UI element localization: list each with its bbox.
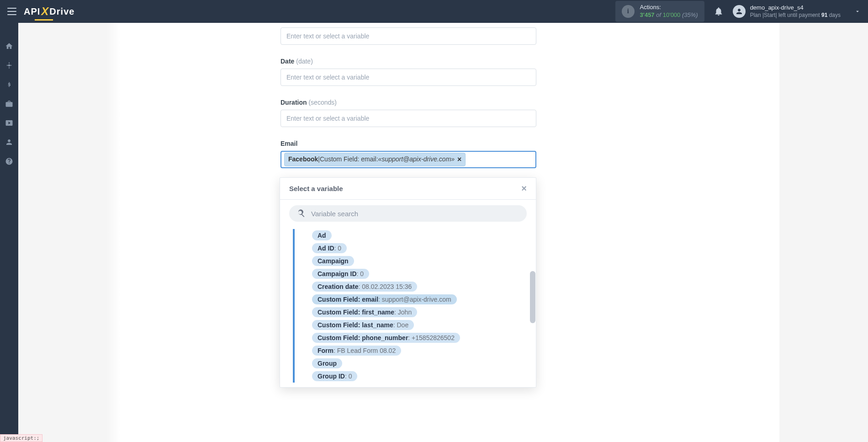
page-panel: Date (date) Duration (seconds) Email <box>107 23 779 442</box>
variable-name: Campaign ID <box>318 270 357 277</box>
logo-drive: Drive <box>49 6 74 17</box>
variable-value: : 0 <box>345 373 352 380</box>
variable-value: : 0 <box>357 270 364 277</box>
variable-item[interactable]: Form: FB Lead Form 08.02 <box>312 346 401 356</box>
sidebar-video-icon[interactable] <box>0 113 18 133</box>
variable-name: Custom Field: first_name <box>318 309 394 316</box>
actions-of: of <box>656 11 662 18</box>
variable-item[interactable]: Creation date: 08.02.2023 15:36 <box>312 282 417 292</box>
user-name: demo_apix-drive_s4 <box>750 4 841 12</box>
actions-pct: (35%) <box>682 11 698 18</box>
hamburger-menu-icon[interactable] <box>7 8 16 15</box>
search-icon <box>296 209 306 218</box>
sidebar-dollar-icon[interactable] <box>0 75 18 94</box>
variable-search-box[interactable] <box>289 205 527 222</box>
variable-item[interactable]: Ad <box>312 230 332 240</box>
variable-dropdown: Select a variable × AdAd ID: 0CampaignCa… <box>280 177 536 388</box>
actions-used: 3'457 <box>640 11 655 18</box>
topbar: API X Drive i Actions: 3'457 of 10'000 (… <box>0 0 868 23</box>
close-icon[interactable]: × <box>521 183 527 194</box>
duration-input[interactable] <box>281 110 536 127</box>
duration-label: Duration <box>281 99 307 106</box>
sidebar-flow-icon[interactable] <box>0 56 18 75</box>
bell-icon[interactable] <box>714 6 724 16</box>
info-icon: i <box>622 5 635 18</box>
variable-name: Custom Field: phone_number <box>318 334 408 341</box>
date-input[interactable] <box>281 69 536 86</box>
variable-value: : Doe <box>393 321 408 329</box>
sidebar-help-icon[interactable] <box>0 152 18 171</box>
sidebar-user-icon[interactable] <box>0 133 18 152</box>
user-avatar-icon <box>733 5 746 18</box>
chip-remove-icon[interactable]: × <box>457 154 461 165</box>
actions-total: 10'000 <box>663 11 681 18</box>
chip-source: Facebook <box>288 155 318 164</box>
variable-name: Campaign <box>318 257 349 265</box>
logo-x-icon: X <box>41 5 48 18</box>
actions-label: Actions: <box>640 4 698 11</box>
email-label: Email <box>281 140 297 147</box>
email-variable-chip[interactable]: Facebook | Custom Field: email: «support… <box>284 153 466 166</box>
dropdown-title: Select a variable <box>289 185 343 192</box>
variable-name: Creation date <box>318 283 358 290</box>
plan-suffix: days <box>827 12 841 18</box>
status-hint: javascript:; <box>0 434 42 442</box>
sidebar <box>0 23 18 442</box>
chevron-down-icon <box>854 8 861 15</box>
variable-item[interactable]: Ad ID: 0 <box>312 243 347 253</box>
sidebar-home-icon[interactable] <box>0 37 18 56</box>
variable-list[interactable]: AdAd ID: 0CampaignCampaign ID: 0Creation… <box>280 227 536 387</box>
variable-item[interactable]: Custom Field: first_name: John <box>312 307 417 317</box>
email-input[interactable]: Facebook | Custom Field: email: «support… <box>281 151 536 168</box>
variable-item[interactable]: Group <box>312 358 342 368</box>
plan-prefix: Plan |Start| left until payment <box>750 12 821 18</box>
variable-name: Custom Field: last_name <box>318 321 393 329</box>
variable-value: : 08.02.2023 15:36 <box>358 283 412 290</box>
duration-sublabel: (seconds) <box>308 99 336 106</box>
chip-value: «support@apix-drive.com» <box>378 155 455 164</box>
logo[interactable]: API X Drive <box>24 5 74 18</box>
variable-name: Group <box>318 360 337 367</box>
variable-name: Form <box>318 347 333 354</box>
variable-name: Custom Field: email <box>318 296 378 303</box>
variable-name: Ad <box>318 232 326 239</box>
variable-value: : support@apix-drive.com <box>378 296 451 303</box>
user-menu[interactable]: demo_apix-drive_s4 Plan |Start| left unt… <box>733 4 861 19</box>
variable-name: Group ID <box>318 373 345 380</box>
scroll-thumb[interactable] <box>530 271 535 323</box>
logo-underline <box>35 19 53 21</box>
sidebar-briefcase-icon[interactable] <box>0 94 18 113</box>
variable-value: : FB Lead Form 08.02 <box>333 347 396 354</box>
logo-api: API <box>24 6 40 17</box>
currency-input[interactable] <box>281 27 536 45</box>
variable-item[interactable]: Group ID: 0 <box>312 371 357 381</box>
variable-value: : +15852826502 <box>408 334 455 341</box>
variable-item[interactable]: Campaign <box>312 256 354 266</box>
variable-item[interactable]: Custom Field: email: support@apix-drive.… <box>312 294 457 304</box>
chip-field: Custom Field: email: <box>320 155 378 164</box>
actions-counter[interactable]: i Actions: 3'457 of 10'000 (35%) <box>615 1 704 22</box>
variable-item[interactable]: Campaign ID: 0 <box>312 269 369 279</box>
variable-item[interactable]: Custom Field: phone_number: +15852826502 <box>312 333 460 343</box>
variable-name: Ad ID <box>318 245 334 252</box>
variable-item[interactable]: Custom Field: last_name: Doe <box>312 320 414 330</box>
variable-search-input[interactable] <box>311 210 519 218</box>
variable-value: : 0 <box>334 245 342 252</box>
date-label: Date <box>281 58 294 65</box>
variable-value: : John <box>394 309 412 316</box>
plan-days: 91 <box>821 12 827 18</box>
date-sublabel: (date) <box>296 58 313 65</box>
